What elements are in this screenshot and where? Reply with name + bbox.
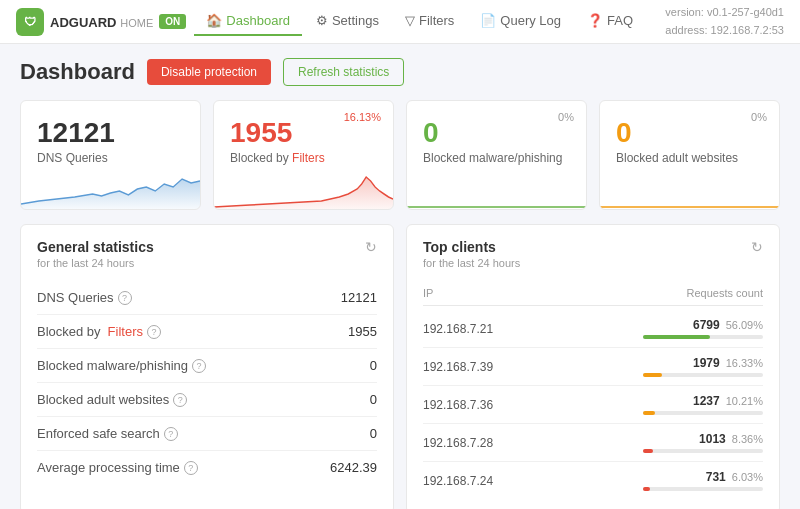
filters-link[interactable]: Filters: [292, 151, 325, 165]
main-nav: 🏠 Dashboard ⚙ Settings ▽ Filters 📄 Query…: [194, 7, 645, 36]
stat-row-safe-search: Enforced safe search ? 0: [37, 417, 377, 451]
stat-row-safe-label: Enforced safe search ?: [37, 426, 178, 441]
page-header: Dashboard Disable protection Refresh sta…: [20, 58, 780, 86]
stat-row-malware-value: 0: [370, 358, 377, 373]
client-count: 6799: [693, 318, 720, 332]
client-bar-fill: [643, 335, 710, 339]
general-stats-title-group: General statistics for the last 24 hours: [37, 239, 154, 269]
logo-text-group: ADGUARD HOME: [50, 14, 153, 30]
blocked-adult-label: Blocked adult websites: [616, 151, 763, 165]
nav-item-faq[interactable]: ❓ FAQ: [575, 7, 645, 36]
page-content: Dashboard Disable protection Refresh sta…: [0, 44, 800, 509]
address-text: address: 192.168.7.2:53: [665, 22, 784, 40]
stat-row-malware: Blocked malware/phishing ? 0: [37, 349, 377, 383]
header-left: 🛡 ADGUARD HOME ON 🏠 Dashboard ⚙ Settings…: [16, 7, 645, 36]
client-count: 1013: [699, 432, 726, 446]
client-right: 731 6.03%: [593, 470, 763, 491]
clients-table-header: IP Requests count: [423, 281, 763, 306]
nav-item-query-log[interactable]: 📄 Query Log: [468, 7, 573, 36]
stat-row-avg-label: Average processing time ?: [37, 460, 198, 475]
client-ip: 192.168.7.21: [423, 322, 593, 336]
main-grid: General statistics for the last 24 hours…: [20, 224, 780, 509]
settings-nav-icon: ⚙: [316, 13, 328, 28]
client-row: 192.168.7.39 1979 16.33%: [423, 348, 763, 386]
client-bar-bg: [643, 373, 763, 377]
header: 🛡 ADGUARD HOME ON 🏠 Dashboard ⚙ Settings…: [0, 0, 800, 44]
adult-help-icon[interactable]: ?: [173, 393, 187, 407]
general-stats-header: General statistics for the last 24 hours…: [37, 239, 377, 269]
client-count-row: 1979 16.33%: [693, 356, 763, 370]
logo-sub: HOME: [120, 17, 153, 29]
nav-item-filters[interactable]: ▽ Filters: [393, 7, 466, 36]
safe-help-icon[interactable]: ?: [164, 427, 178, 441]
blocked-malware-label: Blocked malware/phishing: [423, 151, 570, 165]
client-count: 1237: [693, 394, 720, 408]
version-text: version: v0.1-257-g40d1: [665, 4, 784, 22]
client-bar-fill: [643, 449, 653, 453]
avg-help-icon[interactable]: ?: [184, 461, 198, 475]
client-percent: 16.33%: [726, 357, 763, 369]
dns-help-icon[interactable]: ?: [118, 291, 132, 305]
page-title: Dashboard: [20, 59, 135, 85]
client-right: 6799 56.09%: [593, 318, 763, 339]
logo: 🛡 ADGUARD HOME ON: [16, 8, 186, 36]
client-count: 1979: [693, 356, 720, 370]
client-row: 192.168.7.28 1013 8.36%: [423, 424, 763, 462]
client-bar-bg: [643, 411, 763, 415]
query-log-nav-icon: 📄: [480, 13, 496, 28]
client-count-row: 6799 56.09%: [693, 318, 763, 332]
malware-help-icon[interactable]: ?: [192, 359, 206, 373]
client-row: 192.168.7.36 1237 10.21%: [423, 386, 763, 424]
stat-row-adult: Blocked adult websites ? 0: [37, 383, 377, 417]
blocked-adult-chart: [600, 169, 779, 209]
clients-ip-header: IP: [423, 287, 593, 299]
faq-nav-icon: ❓: [587, 13, 603, 28]
top-clients-subtitle: for the last 24 hours: [423, 257, 520, 269]
client-percent: 6.03%: [732, 471, 763, 483]
stat-row-malware-label: Blocked malware/phishing ?: [37, 358, 206, 373]
client-count-row: 1237 10.21%: [693, 394, 763, 408]
client-bar-fill: [643, 487, 650, 491]
client-count: 731: [706, 470, 726, 484]
stat-row-safe-value: 0: [370, 426, 377, 441]
stat-card-blocked-filters: 16.13% 1955 Blocked by Filters: [213, 100, 394, 210]
refresh-statistics-button[interactable]: Refresh statistics: [283, 58, 404, 86]
blocked-help-icon[interactable]: ?: [147, 325, 161, 339]
stat-row-adult-label: Blocked adult websites ?: [37, 392, 187, 407]
nav-item-dashboard[interactable]: 🏠 Dashboard: [194, 7, 302, 36]
blocked-filters-percentage: 16.13%: [344, 111, 381, 123]
blocked-filters-chart: [214, 169, 393, 209]
general-stats-card: General statistics for the last 24 hours…: [20, 224, 394, 509]
filters-link-2[interactable]: Filters: [108, 324, 143, 339]
general-stats-refresh-icon[interactable]: ↻: [365, 239, 377, 255]
general-stats-subtitle: for the last 24 hours: [37, 257, 154, 269]
logo-icon: 🛡: [16, 8, 44, 36]
clients-count-header: Requests count: [593, 287, 763, 299]
client-bar-bg: [643, 487, 763, 491]
blocked-filters-label: Blocked by Filters: [230, 151, 377, 165]
client-row: 192.168.7.24 731 6.03%: [423, 462, 763, 499]
stat-row-dns-queries: DNS Queries ? 12121: [37, 281, 377, 315]
general-stats-title: General statistics: [37, 239, 154, 255]
client-ip: 192.168.7.36: [423, 398, 593, 412]
top-clients-title-group: Top clients for the last 24 hours: [423, 239, 520, 269]
stat-row-dns-value: 12121: [341, 290, 377, 305]
client-ip: 192.168.7.39: [423, 360, 593, 374]
client-ip: 192.168.7.28: [423, 436, 593, 450]
blocked-adult-percentage: 0%: [751, 111, 767, 123]
disable-protection-button[interactable]: Disable protection: [147, 59, 271, 85]
top-clients-card: Top clients for the last 24 hours ↻ IP R…: [406, 224, 780, 509]
nav-item-settings[interactable]: ⚙ Settings: [304, 7, 391, 36]
client-right: 1013 8.36%: [593, 432, 763, 453]
client-count-row: 1013 8.36%: [699, 432, 763, 446]
top-clients-refresh-icon[interactable]: ↻: [751, 239, 763, 255]
clients-list: 192.168.7.21 6799 56.09% 192.168.7.39 19…: [423, 310, 763, 499]
client-bar-fill: [643, 411, 655, 415]
stat-row-blocked-filters: Blocked by Filters ? 1955: [37, 315, 377, 349]
client-right: 1979 16.33%: [593, 356, 763, 377]
dns-queries-label: DNS Queries: [37, 151, 184, 165]
client-bar-bg: [643, 449, 763, 453]
blocked-malware-chart: [407, 169, 586, 209]
client-percent: 8.36%: [732, 433, 763, 445]
stat-row-blocked-value: 1955: [348, 324, 377, 339]
